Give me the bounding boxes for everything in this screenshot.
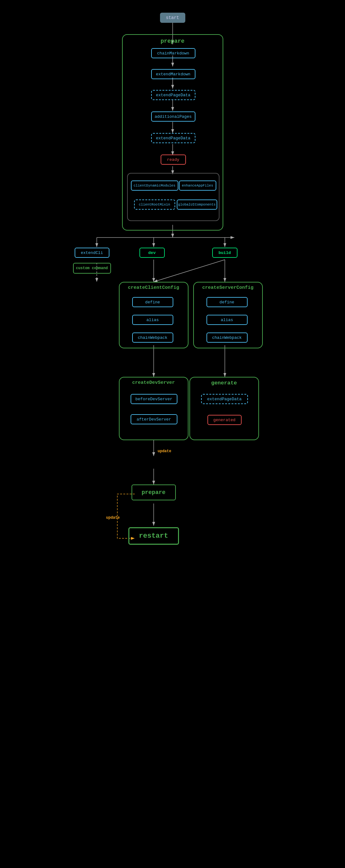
generated-node: generated [207, 415, 242, 425]
create-server-config-container: createServerConfig define alias chainWeb… [193, 282, 263, 348]
chain-webpack-2-node: chainWebpack [206, 333, 248, 343]
extend-page-data-3-node: extendPageData [201, 394, 248, 404]
client-root-mixin-node: clientRootMixin [134, 199, 175, 210]
build-node: build [212, 248, 238, 258]
define-2-node: define [206, 297, 248, 307]
create-client-config-label: createClientConfig [128, 285, 179, 290]
extend-page-data-1-node: extendPageData [151, 90, 196, 100]
start-node: start [160, 13, 185, 23]
define-1-node: define [132, 297, 173, 307]
global-ui-components-node: globalUIComponents [177, 199, 217, 210]
restart-node: restart [128, 527, 179, 545]
svg-line-16 [154, 260, 225, 282]
create-client-config-container: createClientConfig define alias chainWeb… [119, 282, 188, 348]
ready-node: ready [161, 155, 186, 165]
alias-1-node: alias [132, 315, 173, 325]
extend-markdown-node: extendMarkdown [151, 69, 196, 79]
inner-hooks-container: clientDynamicModules clientRootMixin enh… [127, 173, 219, 221]
extend-cli-node: extendCli [75, 248, 109, 258]
generate-container: generate extendPageData generated [189, 377, 259, 440]
extend-page-data-2-node: extendPageData [151, 133, 196, 143]
create-dev-server-container: createDevServer beforeDevServer afterDev… [119, 377, 188, 440]
generate-label: generate [211, 380, 237, 386]
chain-webpack-1-node: chainWebpack [132, 333, 173, 343]
after-dev-server-node: afterDevServer [131, 414, 177, 424]
prepare-2-node: prepare [132, 485, 176, 500]
update-label-2: update [106, 516, 120, 520]
custom-command-node: custom command [73, 263, 111, 274]
prepare-container: prepare chainMarkdown extendMarkdown ext… [122, 34, 223, 230]
prepare-label: prepare [161, 38, 185, 44]
create-server-config-label: createServerConfig [202, 285, 253, 290]
update-label-1: update [158, 449, 171, 454]
alias-2-node: alias [206, 315, 248, 325]
enhance-app-files-node: enhanceAppFiles [179, 181, 216, 191]
before-dev-server-node: beforeDevServer [131, 394, 177, 404]
chain-markdown-node: chainMarkdown [151, 48, 196, 58]
dev-node: dev [139, 248, 165, 258]
client-dynamic-modules-node: clientDynamicModules [131, 181, 178, 191]
additional-pages-node: additionalPages [151, 112, 196, 122]
create-dev-server-label: createDevServer [132, 380, 175, 385]
